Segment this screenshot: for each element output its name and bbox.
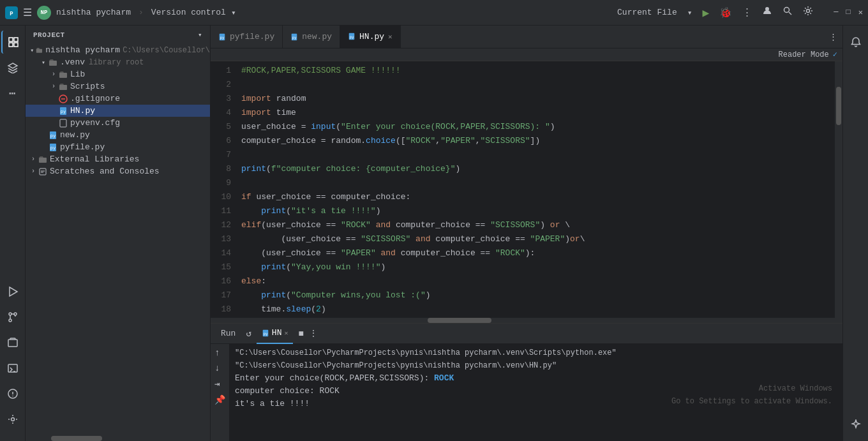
lib-label: Lib [70,70,85,79]
tab-new-icon: py [290,33,298,41]
svg-rect-20 [59,73,67,78]
scratches-icon [38,167,47,176]
activity-terminal-icon[interactable] [1,357,24,380]
editor-and-run: 1 2 3 4 5 6 7 8 9 10 11 12 13 14 15 16 1 [211,61,842,441]
hn-py-icon: py [59,107,68,116]
debug-button[interactable]: 🐞 [719,6,732,19]
bottom-scrollbar-thumb [428,318,491,323]
run-hn-tab[interactable]: py HN ✕ [257,324,294,344]
activity-run-icon[interactable] [1,280,24,303]
tree-scratches[interactable]: › Scratches and Consoles [26,165,210,177]
run-tab-label[interactable]: Run [216,324,241,344]
account-icon[interactable] [762,6,772,19]
editor-area: py pyfile.py py new.py py HN.py ✕ ⋮ Read… [211,26,842,441]
run-scroll-down[interactable]: ↓ [213,362,227,375]
tree-scripts[interactable]: › Scripts [26,80,210,93]
close-button[interactable]: ✕ [858,8,863,17]
svg-line-4 [789,12,791,15]
hamburger-icon[interactable]: ☰ [23,6,32,19]
run-scroll-up[interactable]: ↑ [213,347,227,359]
sidebar-scrollbar[interactable] [26,436,210,441]
activity-layers-icon[interactable] [1,56,24,79]
venv-label: .venv [60,57,85,67]
tree-gitignore[interactable]: .gitignore [26,93,210,105]
sidebar: Project ▾ ▾ nishtha pycharm C:\Users\Cou… [26,26,211,441]
avatar-circle: NP [37,6,51,20]
ai-assistant-icon[interactable] [844,413,867,436]
tree-arrow-scripts: › [49,83,59,90]
title-bar-left: P ☰ NP nishtha pycharm › Version control… [5,6,236,20]
tab-hn-icon: py [348,33,355,40]
notifications-icon[interactable] [844,31,867,54]
tree-pyfile-py[interactable]: py pyfile.py [26,141,210,153]
tree-external-libs[interactable]: › External Libraries [26,153,210,165]
svg-text:py: py [349,34,354,40]
gitignore-icon [59,94,68,103]
activity-git-icon[interactable] [1,306,24,329]
run-button[interactable]: ▶ [703,6,710,20]
tab-more-actions[interactable]: ⋮ [824,32,842,42]
window-controls: ─ □ ✕ [834,8,863,17]
stop-button[interactable]: ■ [298,329,303,339]
svg-rect-14 [8,340,17,347]
right-icons [842,26,868,441]
tree-pyvenv[interactable]: pyvenv.cfg [26,117,210,129]
run-path: "C:\Users\Cousellor\PycharmProjects\pyni… [235,347,837,372]
root-label: nishtha pycharm [45,45,120,55]
maximize-button[interactable]: □ [846,8,851,17]
activity-settings2-icon[interactable] [1,408,24,431]
version-control-label[interactable]: Version control [151,8,226,17]
tree-hn-py[interactable]: py HN.py [26,105,210,117]
current-file-label[interactable]: Current File [617,8,677,17]
reader-mode-label[interactable]: Reader Mode [779,50,829,59]
run-wrap-text[interactable]: ⇥ [213,377,227,391]
editor-scrollbar-thumb [836,87,841,125]
activity-explorer-icon[interactable] [1,31,24,54]
search-icon[interactable] [782,6,793,19]
tree-new-py[interactable]: py new.py [26,129,210,141]
activity-error-icon[interactable] [1,382,24,405]
folder-icon [36,46,43,55]
more-options-icon[interactable]: ⋮ [742,6,752,19]
run-hn-close[interactable]: ✕ [284,329,288,337]
tree-root[interactable]: ▾ nishtha pycharm C:\Users\Cousellor\ [26,44,210,56]
activity-more-icon[interactable]: ⋯ [1,82,24,105]
ext-libs-icon [38,155,47,164]
svg-marker-10 [10,287,17,296]
svg-rect-19 [49,61,57,66]
minimize-button[interactable]: ─ [834,8,838,17]
svg-rect-21 [59,85,67,90]
tree-arrow-root: ▾ [28,47,36,54]
activity-layers2-icon[interactable] [1,331,24,354]
app-name: nishtha pycharm [56,8,131,17]
svg-point-11 [9,313,11,315]
tab-pyfile[interactable]: py pyfile.py [211,26,283,49]
tree-venv[interactable]: ▾ .venv library root [26,56,210,68]
code-content[interactable]: #ROCK,PAPER,SCISSORS GAME !!!!!! import … [236,61,835,318]
tab-new-label: new.py [302,32,332,41]
run-pin[interactable]: 📌 [213,393,227,407]
bottom-scrollbar[interactable] [211,318,842,323]
pyvenv-icon [59,119,68,128]
tab-hn[interactable]: py HN.py ✕ [340,26,401,49]
svg-text:py: py [50,146,56,151]
svg-point-17 [11,418,14,421]
svg-point-3 [784,8,789,13]
pyfile-py-icon: py [49,143,57,152]
svg-point-13 [9,319,11,322]
tab-bar: py pyfile.py py new.py py HN.py ✕ ⋮ [211,26,842,49]
svg-point-5 [807,10,810,13]
tab-hn-close[interactable]: ✕ [388,33,393,41]
rerun-button[interactable]: ↺ [246,328,251,339]
reader-mode-check: ✓ [833,50,837,59]
svg-text:py: py [61,109,66,114]
run-more-options[interactable]: ⋮ [309,328,318,339]
tab-new[interactable]: py new.py [283,26,340,49]
new-py-label: new.py [60,130,90,140]
run-input-prompt: Enter your choice(ROCK,PAPER,SCISSORS): [235,373,434,383]
scripts-folder-icon [59,82,68,91]
tree-lib[interactable]: › Lib [26,68,210,80]
editor-vertical-scrollbar[interactable] [835,61,842,318]
settings-icon[interactable] [803,6,813,19]
svg-rect-31 [39,158,47,163]
